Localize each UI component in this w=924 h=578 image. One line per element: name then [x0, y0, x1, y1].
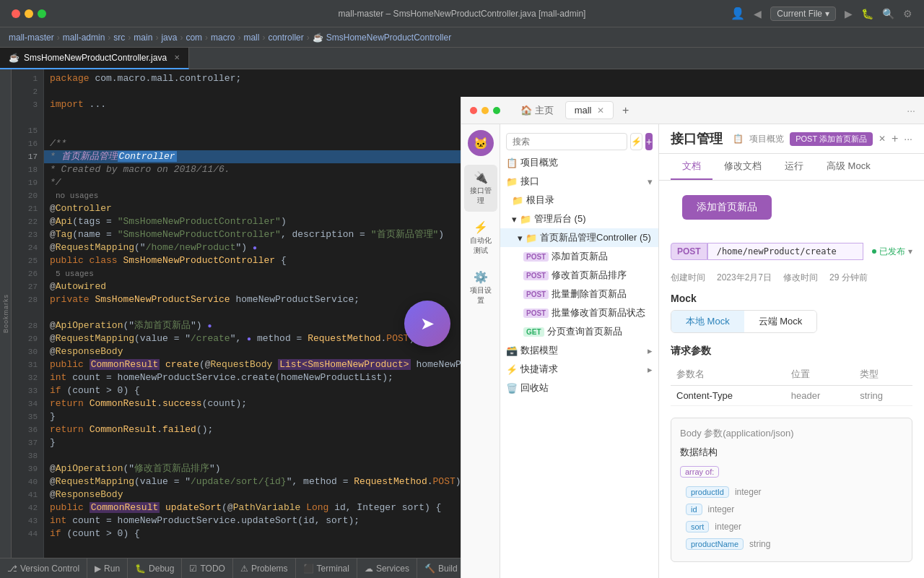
- line-num-16: 16: [12, 137, 43, 150]
- line-num-44: 43: [12, 514, 43, 527]
- tree-item-update-sort[interactable]: POST 修改首页新品排序: [500, 266, 658, 285]
- field-type-id: integer: [708, 504, 735, 514]
- bottom-tab-todo[interactable]: ☑ TODO: [182, 558, 232, 579]
- tree-item-delete-label: 批量删除首页新品: [552, 288, 627, 301]
- breadcrumb: mall-master › mall-admin › src › main › …: [0, 27, 924, 48]
- breadcrumb-macro[interactable]: macro: [211, 33, 235, 43]
- tree-item-data-model[interactable]: 🗃️ 数据模型 ▸: [500, 341, 658, 360]
- controller-chevron-icon: ▾: [518, 233, 523, 243]
- settings-icon[interactable]: ⚙: [903, 8, 912, 20]
- tree-item-trash[interactable]: 🗑️ 回收站: [500, 379, 658, 397]
- tree-item-interface-label: 接口: [520, 175, 539, 188]
- line-num-32: 31: [12, 358, 43, 371]
- tree-item-page-query[interactable]: GET 分页查询首页新品: [500, 322, 658, 341]
- add-tab-icon[interactable]: +: [892, 132, 898, 145]
- data-model-chevron-icon: ▸: [648, 345, 653, 356]
- breadcrumb-controller[interactable]: controller: [268, 33, 303, 43]
- breadcrumb-main[interactable]: main: [134, 33, 152, 43]
- panel-tl-yellow[interactable]: [481, 107, 489, 114]
- file-icon: ☕: [313, 33, 323, 43]
- tree-item-quick-request[interactable]: ⚡ 快捷请求 ▸: [500, 360, 658, 379]
- bottom-tab-problems[interactable]: ⚠ Problems: [233, 558, 296, 579]
- tab-close-icon[interactable]: ✕: [174, 53, 180, 61]
- line-num-31: 30: [12, 345, 43, 358]
- breadcrumb-java[interactable]: java: [161, 33, 177, 43]
- tree-add-button[interactable]: +: [645, 133, 653, 150]
- breadcrumb-class[interactable]: SmsHomeNewProductController: [326, 33, 451, 43]
- back-icon[interactable]: ◀: [754, 8, 762, 20]
- mock-tab-cloud[interactable]: 云端 Mock: [744, 311, 817, 332]
- breadcrumb-src[interactable]: src: [113, 33, 125, 43]
- tree-item-overview[interactable]: 📋 项目概览: [500, 153, 658, 172]
- breadcrumb-com[interactable]: com: [186, 33, 202, 43]
- panel-tab-home-label: 主页: [535, 105, 554, 116]
- panel-tl-green[interactable]: [493, 107, 500, 114]
- body-params-section: Body 参数(application/json) 数据结构 array of:…: [659, 412, 924, 568]
- breadcrumb-mall[interactable]: mall: [243, 33, 259, 43]
- bottom-tab-terminal[interactable]: ⬛ Terminal: [296, 558, 357, 579]
- tree-item-quick-label: 快捷请求: [520, 363, 558, 376]
- maximize-button[interactable]: [38, 9, 46, 18]
- tab-label: SmsHomeNewProductController.java: [24, 53, 167, 63]
- controller-folder-icon: 📁: [526, 233, 537, 243]
- line-num-24: 24: [12, 241, 43, 254]
- bottom-tab-debug[interactable]: 🐛 Debug: [128, 558, 182, 579]
- settings-icon: ⚙️: [474, 270, 488, 284]
- mock-tabs: 本地 Mock 云端 Mock: [671, 310, 817, 333]
- sidebar-nav-autotest[interactable]: ⚡ 自动化测试: [464, 215, 497, 262]
- mock-tab-local[interactable]: 本地 Mock: [671, 311, 744, 332]
- floating-action-button[interactable]: ➤: [404, 301, 450, 347]
- tree-item-admin[interactable]: ▾ 📁 管理后台 (5): [500, 210, 658, 228]
- sidebar-nav-api[interactable]: 🔌 接口管理: [464, 165, 497, 212]
- panel-tab-close-icon[interactable]: ✕: [597, 105, 604, 116]
- panel-tab-home[interactable]: 🏠 主页: [512, 101, 562, 120]
- array-of-badge: array of:: [680, 466, 719, 478]
- current-file-button[interactable]: Current File ▾: [770, 7, 836, 21]
- panel-more-icon[interactable]: ···: [907, 105, 915, 116]
- line-num-1: 1: [12, 72, 43, 85]
- line-num-2: 2: [12, 85, 43, 98]
- tab-edit-docs[interactable]: 修改文档: [712, 154, 773, 180]
- tree-item-add-product[interactable]: POST 添加首页新品: [500, 247, 658, 266]
- breadcrumb-mall-admin[interactable]: mall-admin: [63, 33, 105, 43]
- bottom-tab-terminal-label: Terminal: [317, 564, 349, 574]
- bottom-tab-services[interactable]: ☁ Services: [357, 558, 417, 579]
- tree-item-batch-status[interactable]: POST 批量修改首页新品状态: [500, 303, 658, 322]
- tree-item-root[interactable]: 📁 根目录: [500, 191, 658, 210]
- minimize-button[interactable]: [25, 9, 33, 18]
- tree-item-controller[interactable]: ▾ 📁 首页新品管理Controller (5): [500, 228, 658, 247]
- close-button[interactable]: [12, 9, 20, 18]
- status-chevron-icon[interactable]: ▾: [908, 246, 912, 256]
- breadcrumb-mall-master[interactable]: mall-master: [9, 33, 54, 43]
- tree-search-input[interactable]: [506, 133, 627, 150]
- bottom-tab-build[interactable]: 🔨 Build: [417, 558, 466, 579]
- debug-tab-icon: 🐛: [135, 564, 146, 574]
- terminal-icon: ⬛: [303, 564, 314, 574]
- add-product-button[interactable]: 添加首页新品: [682, 195, 772, 220]
- titlebar: mall-master – SmsHomeNewProductControlle…: [0, 0, 924, 27]
- field-name-product-name: productName: [686, 538, 744, 550]
- panel-new-tab-button[interactable]: +: [622, 104, 629, 117]
- tab-run[interactable]: 运行: [773, 154, 815, 180]
- tab-x-icon[interactable]: ✕: [879, 134, 886, 144]
- tab-docs[interactable]: 文档: [671, 154, 712, 180]
- bottom-tab-version-control[interactable]: ⎇ Version Control: [0, 558, 87, 579]
- tab-advanced-mock[interactable]: 高级 Mock: [815, 154, 882, 180]
- search-icon[interactable]: 🔍: [882, 8, 894, 20]
- bottom-tab-run[interactable]: ▶ Run: [87, 558, 128, 579]
- titlebar-title: mall-master – SmsHomeNewProductControlle…: [339, 9, 586, 19]
- debug-icon[interactable]: 🐛: [861, 8, 873, 20]
- panel-tl-red[interactable]: [470, 107, 477, 114]
- panel-tab-mall[interactable]: mall ✕: [565, 101, 614, 119]
- sidebar-nav-settings[interactable]: ⚙️ 项目设置: [464, 264, 497, 311]
- run-icon[interactable]: ▶: [845, 8, 853, 20]
- more-options-icon[interactable]: ···: [904, 133, 912, 144]
- tree-item-batch-delete[interactable]: POST 批量删除首页新品: [500, 285, 658, 303]
- tree-filter-button[interactable]: ⚡: [630, 133, 642, 150]
- modified-label: 修改时间: [783, 272, 818, 284]
- editor-tab-controller[interactable]: ☕ SmsHomeNewProductController.java ✕: [0, 48, 189, 69]
- body-subtitle: 数据结构: [680, 446, 903, 459]
- tree-item-interface[interactable]: 📁 接口 ▾: [500, 172, 658, 191]
- api-tab-badge[interactable]: POST 添加首页新品: [790, 132, 873, 146]
- api-panel: 🏠 主页 mall ✕ + ··· 🐱 🔌 接口管理: [461, 97, 924, 578]
